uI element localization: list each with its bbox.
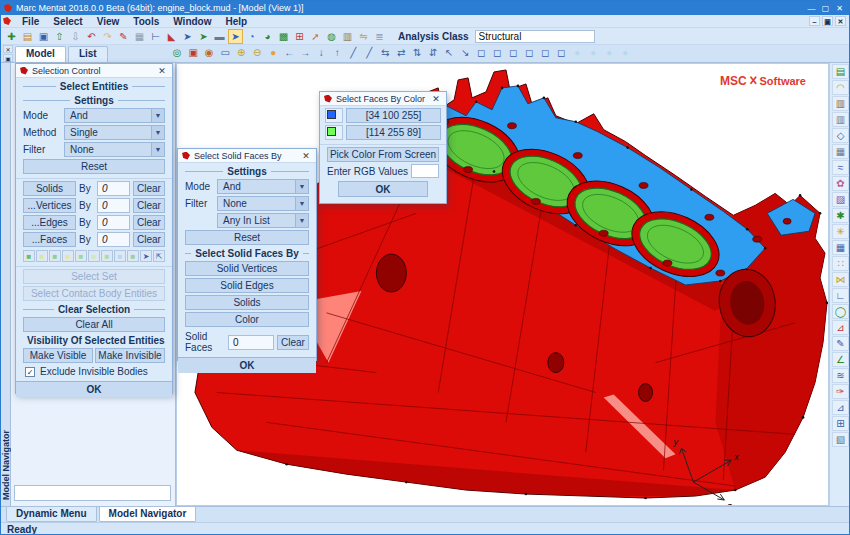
panel-corner-button[interactable]: ▣: [3, 54, 13, 62]
zoom-in-icon[interactable]: ⊕: [234, 46, 249, 61]
swap-v-icon[interactable]: ⇅: [410, 46, 425, 61]
menu-item[interactable]: View: [90, 16, 127, 27]
calculator-icon[interactable]: ⊞: [292, 29, 307, 44]
link-tool-icon[interactable]: ⋈: [832, 272, 849, 287]
menu-item[interactable]: Help: [218, 16, 254, 27]
spline-tool-icon[interactable]: ≈: [832, 160, 849, 175]
zoom-out-icon[interactable]: ⊖: [250, 46, 265, 61]
materials-book-icon[interactable]: ▥: [832, 96, 849, 111]
entity-label-button[interactable]: ...Vertices: [23, 198, 76, 213]
select-mode-1-icon[interactable]: ■: [23, 250, 35, 262]
grid-icon[interactable]: ▦: [132, 29, 147, 44]
snapshot-icon[interactable]: ▧: [832, 432, 849, 447]
pan-left-icon[interactable]: ←: [282, 46, 297, 61]
color-value-button[interactable]: [34 100 255]: [346, 108, 441, 123]
rgb-values-input[interactable]: [411, 164, 439, 178]
node-grid-icon[interactable]: ∷: [832, 256, 849, 271]
menu-item[interactable]: Window: [166, 16, 218, 27]
new-file-icon[interactable]: ✚: [4, 29, 19, 44]
curve-tool-icon[interactable]: ◠: [832, 80, 849, 95]
compare-icon[interactable]: ⇋: [356, 29, 371, 44]
mesh-icon[interactable]: ▩: [276, 29, 291, 44]
solid-faces-count-field[interactable]: 0: [228, 335, 274, 350]
menu-item[interactable]: Select: [46, 16, 89, 27]
web-icon[interactable]: ◍: [324, 29, 339, 44]
entity-count-field[interactable]: 0: [97, 215, 130, 230]
redo-icon[interactable]: ↷: [100, 29, 115, 44]
geometry-book-icon[interactable]: ▥: [832, 112, 849, 127]
view-cube-6-icon[interactable]: ◻: [554, 46, 569, 61]
dynamic-view-green-icon[interactable]: ◕: [260, 29, 275, 44]
clear-button[interactable]: Clear: [133, 215, 165, 230]
make-invisible-button[interactable]: Make Invisible: [95, 348, 165, 363]
face-select-button[interactable]: Solid Vertices: [185, 261, 309, 276]
entity-label-button[interactable]: ...Faces: [23, 232, 76, 247]
select-mode-4-icon[interactable]: ■: [62, 250, 74, 262]
face-select-button[interactable]: Color: [185, 312, 309, 327]
select-arrow-icon[interactable]: ➤: [180, 29, 195, 44]
diag-view2-icon[interactable]: ↘: [458, 46, 473, 61]
make-visible-button[interactable]: Make Visible: [23, 348, 93, 363]
select-set-button[interactable]: Select Set: [23, 269, 165, 284]
pick-color-button[interactable]: Pick Color From Screen: [327, 147, 439, 162]
contact-tool-icon[interactable]: ✿: [832, 176, 849, 191]
view-cube-1-icon[interactable]: ◻: [474, 46, 489, 61]
close-icon[interactable]: ✕: [300, 151, 312, 161]
highlight-pointer-icon[interactable]: ➤: [228, 29, 243, 44]
export-icon[interactable]: ⇩: [68, 29, 83, 44]
chevron-down-icon[interactable]: ▼: [151, 126, 164, 139]
menu-item[interactable]: File: [15, 16, 46, 27]
grid-tool-icon[interactable]: ⊞: [832, 416, 849, 431]
chevron-down-icon[interactable]: ▼: [151, 143, 164, 156]
path-plot-icon[interactable]: ⊿: [832, 400, 849, 415]
clear-button[interactable]: Clear: [133, 232, 165, 247]
edit-icon[interactable]: ✎: [116, 29, 131, 44]
pen-tool-icon[interactable]: ✑: [832, 384, 849, 399]
view-cube-5-icon[interactable]: ◻: [538, 46, 553, 61]
swap-h-icon[interactable]: ⇆: [378, 46, 393, 61]
ok-button[interactable]: OK: [178, 357, 316, 373]
view-cube-4-icon[interactable]: ◻: [522, 46, 537, 61]
mesh-cube-icon[interactable]: ▦: [832, 144, 849, 159]
panel-corner-button[interactable]: ✕: [3, 45, 13, 53]
face-select-button[interactable]: Solids: [185, 295, 309, 310]
document-tab[interactable]: List: [68, 46, 108, 62]
analysis-class-field[interactable]: Structural: [475, 30, 595, 43]
open-model-icon[interactable]: ▤: [832, 64, 849, 79]
import-icon[interactable]: ⇧: [52, 29, 67, 44]
swap-v2-icon[interactable]: ⇵: [426, 46, 441, 61]
select-mode-9-icon[interactable]: ■: [127, 250, 139, 262]
undo-icon[interactable]: ↶: [84, 29, 99, 44]
ok-button[interactable]: OK: [16, 381, 172, 397]
save-icon[interactable]: ▣: [36, 29, 51, 44]
face-select-button[interactable]: Solid Edges: [185, 278, 309, 293]
select-mode-3-icon[interactable]: ■: [49, 250, 61, 262]
trackball-icon[interactable]: ●: [266, 46, 281, 61]
view-cube-2-icon[interactable]: ◻: [490, 46, 505, 61]
chevron-down-icon[interactable]: ▼: [151, 109, 164, 122]
entity-label-button[interactable]: Solids: [23, 181, 76, 196]
document-tab[interactable]: Model: [15, 46, 66, 62]
dropdown[interactable]: And▼: [217, 179, 309, 194]
clear-all-button[interactable]: Clear All: [23, 317, 165, 332]
exclude-invisible-checkbox[interactable]: ✓: [25, 367, 35, 377]
view-sphere-2-icon[interactable]: ●: [586, 46, 601, 61]
model-navigator-vertical-tab[interactable]: Model Navigator: [1, 430, 11, 500]
chevron-down-icon[interactable]: ▼: [295, 214, 308, 227]
set-copy-icon[interactable]: ✱: [832, 208, 849, 223]
dropdown[interactable]: Single▼: [64, 125, 165, 140]
entity-count-field[interactable]: 0: [97, 198, 130, 213]
entity-count-field[interactable]: 0: [97, 232, 130, 247]
open-file-icon[interactable]: ▤: [20, 29, 35, 44]
pan-up-icon[interactable]: ↑: [330, 46, 345, 61]
list-view-icon[interactable]: ≣: [372, 29, 387, 44]
dropdown[interactable]: None▼: [217, 196, 309, 211]
set-transform-icon[interactable]: ✳: [832, 224, 849, 239]
panel-icon[interactable]: ▥: [340, 29, 355, 44]
select-contact-body-button[interactable]: Select Contact Body Entities: [23, 286, 165, 301]
rotate-ccw-icon[interactable]: ╱: [346, 46, 361, 61]
view-sphere-1-icon[interactable]: ●: [570, 46, 585, 61]
view-cube-3-icon[interactable]: ◻: [506, 46, 521, 61]
close-icon[interactable]: ✕: [430, 94, 442, 104]
ok-button[interactable]: OK: [338, 181, 428, 197]
